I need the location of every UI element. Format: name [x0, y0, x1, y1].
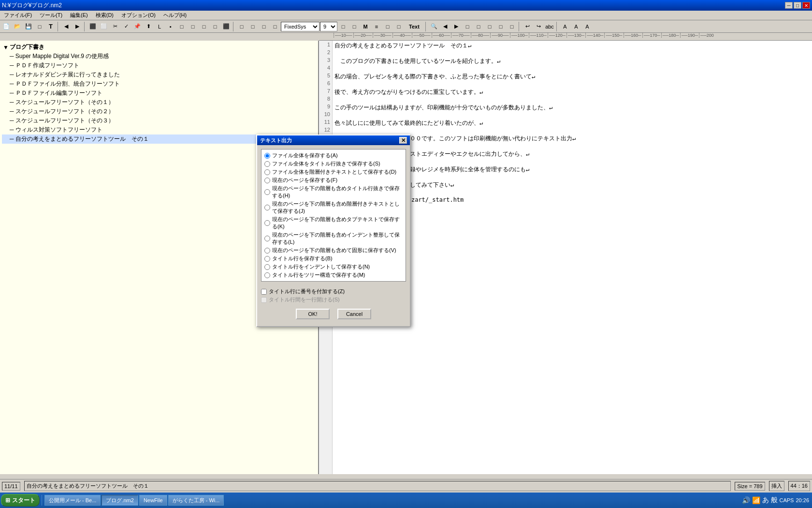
radio-label-9: タイトル行を保存する(B) — [272, 255, 333, 262]
dialog-title-text: テキスト出力 — [260, 137, 292, 144]
radio-option-7[interactable]: 現在のページを下の階層も含めインデント整形して保存する(L) — [264, 231, 403, 246]
radio-option-11[interactable]: タイトル行をツリー構造で保存する(M) — [264, 271, 403, 279]
radio-option-8[interactable]: 現在のページを下の階層も含めて固形に保存する(V) — [264, 246, 403, 254]
dialog-overlay: テキスト出力 ✕ ファイル全体を保存する(A)ファイル全体をタイトル行抜きで保存… — [0, 0, 812, 508]
checkbox-label-0: タイトル行に番号を付加する(Z) — [269, 288, 345, 295]
radio-label-11: タイトル行をツリー構造で保存する(M) — [272, 271, 365, 279]
radio-label-6: 現在のページを下の階層も含めタブテキストで保存する(K) — [272, 216, 403, 230]
radio-label-5: 現在のページを下の階層も含め階層付きテキストとして保存する(J) — [272, 200, 403, 215]
radio-label-10: タイトル行をインデントして保存する(N) — [272, 263, 370, 270]
radio-option-5[interactable]: 現在のページを下の階層も含め階層付きテキストとして保存する(J) — [264, 200, 403, 215]
radio-option-0[interactable]: ファイル全体を保存する(A) — [264, 151, 403, 160]
save-options-group: ファイル全体を保存する(A)ファイル全体をタイトル行抜きで保存する(S)ファイル… — [261, 149, 406, 282]
checkbox-option-1: タイトル行間を一行開ける(S) — [261, 296, 406, 304]
additional-options-group: タイトル行に番号を付加する(Z)タイトル行間を一行開ける(S) — [261, 285, 406, 306]
radio-label-1: ファイル全体をタイトル行抜きで保存する(S) — [272, 160, 380, 167]
radio-label-0: ファイル全体を保存する(A) — [272, 152, 338, 159]
radio-label-2: ファイル全体を階層付きテキストとして保存する(D) — [272, 168, 396, 176]
dialog-content: ファイル全体を保存する(A)ファイル全体をタイトル行抜きで保存する(S)ファイル… — [257, 145, 410, 326]
radio-label-3: 現在のページを保存する(F) — [272, 177, 337, 184]
radio-option-9[interactable]: タイトル行を保存する(B) — [264, 254, 403, 263]
dialog-close-button[interactable]: ✕ — [399, 137, 407, 144]
radio-option-10[interactable]: タイトル行をインデントして保存する(N) — [264, 263, 403, 271]
radio-option-4[interactable]: 現在のページを下の階層も含めタイトル行抜きで保存する(H) — [264, 184, 403, 200]
radio-option-6[interactable]: 現在のページを下の階層も含めタブテキストで保存する(K) — [264, 215, 403, 231]
radio-option-1[interactable]: ファイル全体をタイトル行抜きで保存する(S) — [264, 160, 403, 168]
text-output-dialog: テキスト出力 ✕ ファイル全体を保存する(A)ファイル全体をタイトル行抜きで保存… — [256, 134, 411, 327]
ok-button[interactable]: OK! — [296, 309, 330, 319]
radio-label-4: 現在のページを下の階層も含めタイトル行抜きで保存する(H) — [272, 185, 403, 199]
radio-label-7: 現在のページを下の階層も含めインデント整形して保存する(L) — [272, 231, 403, 246]
dialog-title-bar[interactable]: テキスト出力 ✕ — [257, 135, 410, 145]
dialog-buttons: OK! Cancel — [261, 306, 406, 322]
radio-option-2[interactable]: ファイル全体を階層付きテキストとして保存する(D) — [264, 168, 403, 176]
checkbox-label-1: タイトル行間を一行開ける(S) — [269, 296, 340, 303]
radio-label-8: 現在のページを下の階層も含めて固形に保存する(V) — [272, 247, 396, 254]
radio-option-3[interactable]: 現在のページを保存する(F) — [264, 176, 403, 184]
cancel-button[interactable]: Cancel — [337, 309, 371, 319]
checkbox-option-0[interactable]: タイトル行に番号を付加する(Z) — [261, 287, 406, 296]
